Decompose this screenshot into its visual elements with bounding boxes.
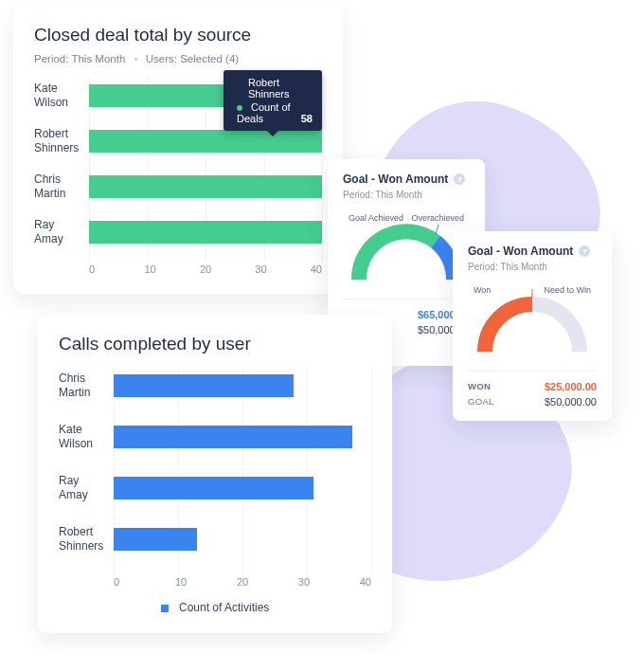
bar-chart-closed: KateWilsonRobertShinnersChrisMartinRayAm… [34,82,322,275]
bar-row: ChrisMartin [34,172,322,201]
kpi-label: WON [468,381,491,392]
bar-label: RayAmay [34,218,89,246]
bar-track [89,221,322,244]
bar[interactable] [114,528,197,551]
svg-line-0 [436,225,438,234]
small-card-title: Goal - Won Amount ? [468,245,597,258]
small-card-sub: Period: This Month [343,190,470,200]
card-goal-2: Goal - Won Amount ? Period: This Month W… [453,231,612,421]
tooltip-metric: Count of Deals [237,101,291,124]
separator-dot [134,58,137,61]
gauge-label-left: Won [474,285,491,295]
bar-row: ChrisMartin [59,372,371,400]
axis-tick: 20 [200,263,255,275]
bar-row: RayAmay [34,218,322,246]
kpi-list: WON $25,000.00 GOAL $50,000.00 [468,371,597,409]
small-card-sub: Period: This Month [468,262,597,272]
gauge-label-left: Goal Achieved [349,213,403,223]
bar[interactable] [89,221,322,244]
bar[interactable] [89,175,322,198]
tooltip: Robert Shinners Count of Deals 58 [224,70,322,131]
info-icon[interactable]: ? [454,173,465,185]
gauge-svg [345,217,468,287]
bar[interactable] [89,130,322,153]
bar-label: KateWilson [34,82,89,110]
bar[interactable] [114,374,294,397]
card-closed-deals: Closed deal total by source Period: This… [13,6,343,294]
bar-track [114,426,371,448]
kpi-value: $50,000.00 [545,396,597,408]
info-icon[interactable]: ? [579,245,590,257]
tooltip-value: 58 [301,113,313,124]
bar-label: ChrisMartin [34,172,89,201]
gauge-svg [471,289,594,359]
bar[interactable] [114,477,313,499]
period-label: Period: This Month [34,53,125,64]
axis-tick: 10 [175,576,237,588]
axis-tick: 20 [237,576,298,588]
bar-track [114,528,371,551]
legend-swatch-icon [161,605,169,612]
bar-track [89,175,322,198]
title-text: Goal - Won Amount [468,245,573,258]
tooltip-name: Robert Shinners [248,77,313,100]
bar[interactable] [114,426,352,448]
bar-row: RayAmay [59,474,371,502]
bar-chart-calls: ChrisMartinKateWilsonRayAmayRobertShinne… [59,372,371,588]
bar-row: RobertShinners [34,127,322,155]
axis-tick: 30 [255,263,310,275]
gauge-chart: Goal Achieved Overachieved [343,217,470,289]
small-card-title: Goal - Won Amount ? [343,172,470,186]
tooltip-dot-icon [237,105,242,111]
bar-label: RobertShinners [59,525,114,553]
bar-track [114,477,371,499]
axis-tick: 30 [298,576,360,588]
x-axis: 010203040 [114,576,371,588]
axis-tick: 10 [144,263,199,275]
axis-tick: 0 [114,576,175,588]
kpi-goal: GOAL $50,000.00 [468,394,597,409]
kpi-value: $25,000.00 [545,381,597,392]
axis-tick: 0 [89,263,144,275]
gauge-label-right: Need to Win [544,285,591,295]
bar-row: RobertShinners [59,525,371,553]
card-calls: Calls completed by user ChrisMartinKateW… [38,315,392,633]
card-subtitle: Period: This Month Users: Selected (4) [34,53,322,64]
x-axis: 010203040 [89,263,322,275]
title-text: Goal - Won Amount [343,172,448,186]
legend: Count of Activities [59,601,371,614]
legend-label: Count of Activities [179,601,269,614]
bar-row: KateWilson [59,423,371,451]
axis-tick: 40 [311,263,322,275]
bar-label: ChrisMartin [59,372,114,400]
card-title: Calls completed by user [59,334,371,354]
gauge-label-right: Overachieved [411,213,464,223]
axis-tick: 40 [360,576,371,588]
card-title: Closed deal total by source [34,25,322,45]
bar-track [89,130,322,153]
bar-label: KateWilson [59,423,114,451]
users-label: Users: Selected (4) [146,53,239,64]
gauge-chart: Won Need to Win [468,289,597,361]
bar-track [114,374,371,397]
kpi-won: WON $25,000.00 [468,379,597,394]
bar-label: RayAmay [59,474,114,502]
kpi-label: GOAL [468,396,494,408]
bar-label: RobertShinners [34,127,89,155]
